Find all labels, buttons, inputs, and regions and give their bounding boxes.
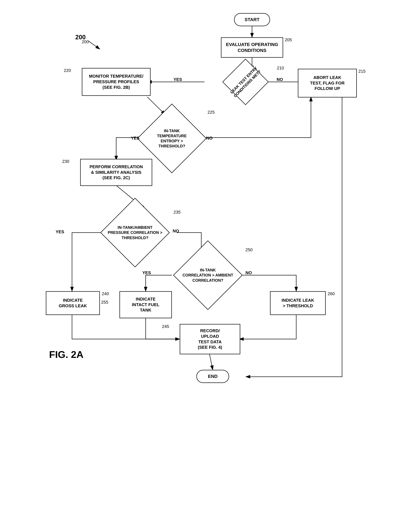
ref-205: 205 (285, 37, 292, 43)
ref-255: 255 (101, 300, 108, 305)
svg-text:200: 200 (75, 34, 86, 41)
node-240: INDICATEGROSS LEAK (46, 291, 100, 315)
label-250-no: NO (245, 270, 252, 275)
flowchart-diagram: START 200 EVALUATE OPERATINGCONDITIONS 2… (0, 0, 417, 532)
figure-label: FIG. 2A (49, 349, 83, 360)
label-225-no: NO (206, 136, 213, 141)
node-250-label: IN-TANKCORRELATION > AMBIENTCORRELATION? (172, 247, 244, 303)
node-230: PERFORM CORRELATION& SIMILARITY ANALYSIS… (80, 159, 152, 186)
ref-215: 215 (358, 69, 365, 74)
node-260-label: INDICATE LEAK> THRESHOLD (282, 298, 314, 309)
label-235-yes: YES (56, 229, 64, 234)
node-235-label: IN-TANK/AMBIENTPRESSURE CORRELATION >THR… (98, 203, 172, 262)
start-node: START (234, 13, 270, 26)
svg-line-7 (88, 41, 100, 49)
ref-225: 225 (208, 110, 215, 115)
node-220: MONITOR TEMPERATURE/PRESSURE PROFILES(SE… (82, 68, 151, 96)
node-240-label: INDICATEGROSS LEAK (59, 298, 87, 309)
node-225-container: IN-TANKTEMPERATUREENTROPY >THRESHOLD? (139, 110, 205, 167)
ref-250: 250 (245, 247, 252, 252)
label-210-no: NO (277, 77, 283, 82)
node-215: ABORT LEAKTEST, FLAG FORFOLLOW UP (298, 69, 357, 98)
node-245-label: RECORD/UPLOADTEST DATA(SEE FIG. 4) (198, 328, 222, 350)
node-225-label: IN-TANKTEMPERATUREENTROPY >THRESHOLD? (139, 110, 205, 167)
ref-200-arrow: 200 (74, 33, 106, 52)
node-205-label: EVALUATE OPERATINGCONDITIONS (226, 42, 278, 54)
start-label: START (244, 17, 259, 22)
node-255-label: INDICATEINTACT FUELTANK (132, 296, 160, 313)
end-node: END (196, 370, 229, 383)
ref-230: 230 (62, 159, 69, 164)
node-255: INDICATEINTACT FUELTANK (119, 291, 172, 318)
node-250-container: IN-TANKCORRELATION > AMBIENTCORRELATION? (172, 247, 244, 303)
svg-line-5 (209, 354, 213, 370)
ref-260: 260 (328, 291, 335, 296)
label-250-yes: YES (142, 270, 151, 275)
ref-245: 245 (162, 324, 169, 329)
node-245: RECORD/UPLOADTEST DATA(SEE FIG. 4) (180, 324, 240, 354)
node-230-label: PERFORM CORRELATION& SIMILARITY ANALYSIS… (90, 164, 143, 181)
node-220-label: MONITOR TEMPERATURE/PRESSURE PROFILES(SE… (89, 74, 144, 90)
label-210-yes: YES (174, 77, 182, 82)
ref-240: 240 (102, 291, 109, 296)
node-215-label: ABORT LEAKTEST, FLAG FORFOLLOW UP (310, 75, 345, 91)
node-210-container: LEAK TEST ENTRYCONDITIONS MET? (216, 65, 275, 98)
node-260: INDICATE LEAK> THRESHOLD (270, 291, 326, 315)
node-210-label: LEAK TEST ENTRYCONDITIONS MET? (213, 49, 278, 114)
end-label: END (208, 373, 218, 379)
ref-220: 220 (64, 68, 71, 73)
label-235-no: NO (173, 228, 179, 234)
node-235-container: IN-TANK/AMBIENTPRESSURE CORRELATION >THR… (98, 203, 172, 262)
ref-235: 235 (174, 210, 180, 215)
ref-210: 210 (277, 65, 284, 71)
label-225-yes: YES (131, 136, 139, 141)
